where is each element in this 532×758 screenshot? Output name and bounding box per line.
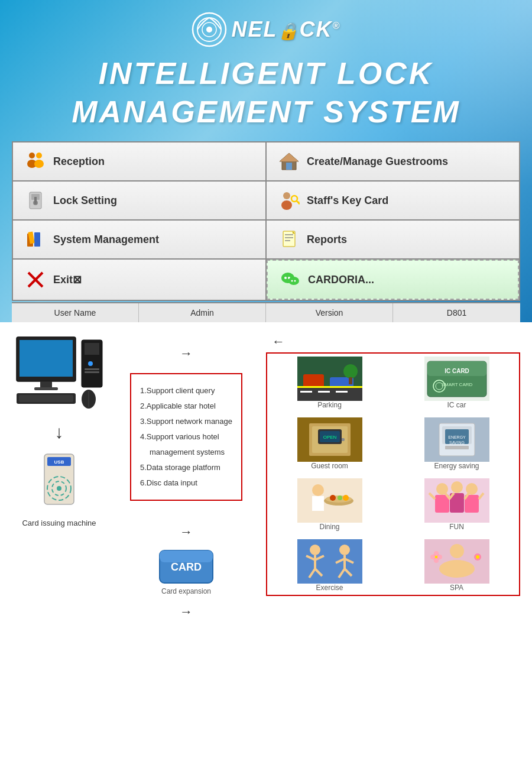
svg-rect-66 [336, 391, 348, 393]
svg-text:SAVING: SAVING [449, 440, 465, 445]
svg-rect-57 [160, 550, 213, 562]
svg-point-131 [430, 555, 435, 559]
dining-label: Dining [319, 523, 339, 531]
system-management-label: System Management [53, 234, 159, 246]
cardoria-button[interactable]: CARDORIA... [267, 260, 519, 300]
svg-line-20 [299, 203, 300, 204]
svg-rect-93 [312, 496, 324, 511]
feature-4b: management systems [140, 445, 232, 460]
create-guestrooms-label: Create/Manage Guestrooms [307, 156, 448, 168]
svg-rect-14 [34, 197, 37, 204]
svg-marker-9 [280, 153, 299, 161]
staff-icon [278, 190, 300, 211]
svg-rect-10 [286, 163, 292, 170]
title-line1: INTELLIGENT LOCK [12, 56, 520, 91]
right-grid: Parking IC CARD SMART CARD IC car [266, 352, 520, 596]
create-guestrooms-button[interactable]: Create/Manage Guestrooms [267, 142, 519, 180]
computer-group [14, 334, 105, 413]
svg-rect-90 [445, 446, 469, 449]
cardoria-icon [280, 269, 301, 290]
svg-rect-65 [318, 391, 330, 393]
spa-image [424, 539, 489, 584]
card-svg: CARD [157, 546, 216, 584]
version-label: Version [266, 303, 393, 322]
grid-item-energy-saving: ENERGY SAVING Energy saving [394, 414, 519, 473]
svg-point-97 [338, 495, 342, 500]
svg-point-35 [291, 280, 293, 282]
svg-point-7 [34, 160, 44, 168]
feature-4: 4.Support various hotel [140, 429, 232, 445]
card-issuing-label: Card issuing machine [22, 519, 96, 527]
svg-rect-42 [85, 343, 99, 355]
svg-point-133 [434, 551, 439, 556]
reception-icon [25, 151, 46, 172]
svg-point-113 [339, 545, 350, 555]
svg-text:SMART CARD: SMART CARD [441, 382, 472, 387]
version-value: D801 [393, 303, 520, 322]
feature-5: 5.Data storage platform [140, 460, 232, 475]
grid-item-exercise: Exercise [267, 536, 392, 595]
status-bar: User Name Admin Version D801 [12, 302, 520, 322]
svg-rect-44 [85, 368, 99, 370]
arrow-left-features: ← [272, 334, 285, 349]
svg-point-67 [343, 364, 358, 378]
arrow-right-top: → [180, 346, 193, 361]
svg-point-101 [451, 481, 463, 493]
user-name-value: Admin [139, 303, 266, 322]
svg-text:CARD: CARD [171, 561, 202, 573]
guest-room-image: OPEN [297, 417, 362, 462]
svg-rect-64 [300, 391, 312, 393]
title-line2: MANAGEMENT SYSTEM [12, 94, 520, 129]
feature-3: 3.Support network manage [140, 414, 232, 429]
svg-rect-63 [297, 386, 362, 388]
svg-point-16 [281, 200, 292, 210]
svg-point-36 [294, 280, 296, 282]
logo-icon [192, 12, 227, 47]
features-box: 1.Support client query 2.Applicable star… [130, 373, 242, 501]
parking-image [297, 357, 362, 401]
svg-text:ENERGY: ENERGY [448, 435, 466, 439]
exit-label: Exit⊠ [53, 273, 82, 286]
bottom-section: ↓ USB Card issuing machine → 1.Support c… [0, 322, 532, 631]
svg-rect-60 [297, 386, 362, 401]
svg-rect-39 [40, 381, 52, 387]
energy-saving-label: Energy saving [434, 462, 479, 470]
menu-grid: Reception Create/Manage Guestrooms Lock … [12, 141, 520, 301]
exit-icon [25, 269, 46, 290]
report-icon [278, 229, 300, 250]
svg-point-5 [36, 153, 42, 158]
svg-text:OPEN: OPEN [323, 435, 336, 440]
grid-item-spa: SPA [394, 536, 519, 595]
reception-label: Reception [53, 156, 105, 168]
reports-label: Reports [307, 234, 347, 246]
fun-label: FUN [449, 523, 464, 531]
card-reader-svg: USB [35, 448, 83, 513]
svg-rect-61 [303, 374, 324, 387]
exit-button[interactable]: Exit⊠ [13, 260, 265, 300]
grid-item-parking: Parking [267, 354, 392, 412]
feature-6: 6.Disc data input [140, 475, 232, 491]
system-management-button[interactable]: System Management [13, 221, 265, 258]
cardoria-label: CARDORIA... [308, 274, 374, 286]
svg-point-96 [330, 495, 336, 501]
house-icon [278, 151, 300, 172]
logo-text: NEL🔒CK® [232, 17, 341, 42]
arrow-right-bottom: → [180, 524, 193, 540]
svg-point-134 [434, 558, 439, 563]
svg-rect-38 [20, 340, 73, 377]
computer-svg [14, 334, 105, 411]
reports-button[interactable]: Reports [267, 221, 519, 258]
spa-label: SPA [450, 584, 463, 592]
svg-point-4 [29, 153, 35, 158]
lock-setting-button[interactable]: Lock Setting [13, 182, 265, 219]
exercise-image [297, 539, 362, 584]
exercise-label: Exercise [316, 584, 343, 592]
svg-line-19 [298, 202, 299, 203]
card-expansion-group: CARD Card expansion [157, 546, 216, 595]
dining-image [297, 478, 362, 523]
reception-button[interactable]: Reception [13, 142, 265, 180]
staffs-key-card-button[interactable]: Staff's Key Card [267, 182, 519, 219]
svg-text:IC CARD: IC CARD [445, 368, 469, 374]
right-column: ← Parking [266, 334, 520, 596]
ic-car-image: IC CARD SMART CARD [424, 357, 489, 401]
